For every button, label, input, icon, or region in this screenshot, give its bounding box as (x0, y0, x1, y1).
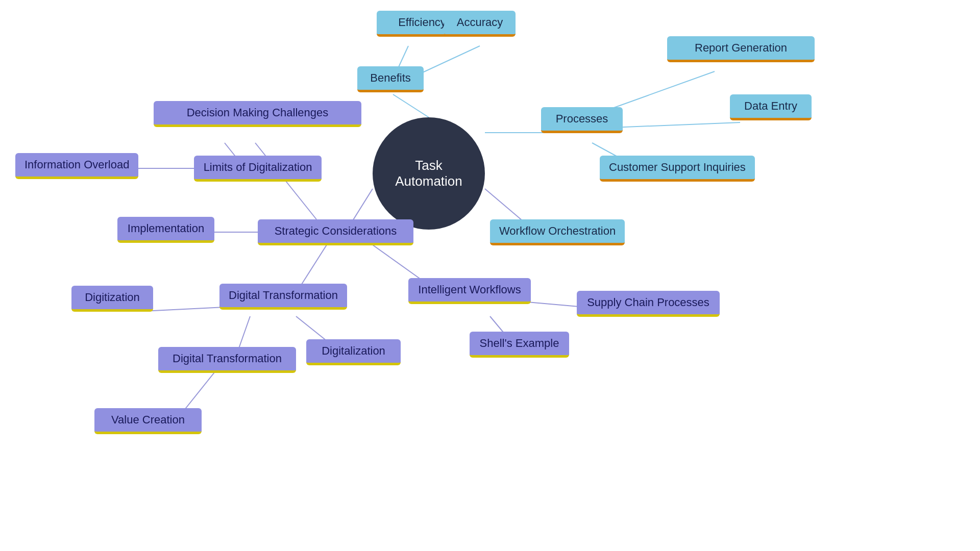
data-entry-node: Data Entry (730, 94, 812, 120)
digital-transformation-top-node: Digital Transformation (219, 284, 347, 310)
value-creation-node: Value Creation (94, 408, 202, 434)
processes-node: Processes (541, 107, 623, 133)
customer-support-node: Customer Support Inquiries (600, 156, 755, 182)
benefits-node: Benefits (357, 66, 424, 92)
intelligent-workflows-node: Intelligent Workflows (408, 278, 531, 304)
implementation-node: Implementation (117, 217, 214, 243)
decision-making-node: Decision Making Challenges (154, 101, 361, 127)
limits-digitalization-node: Limits of Digitalization (194, 156, 322, 182)
svg-line-5 (612, 122, 740, 128)
accuracy-node: Accuracy (444, 11, 516, 37)
digitization-node: Digitization (71, 286, 153, 312)
strategic-considerations-node: Strategic Considerations (258, 219, 413, 245)
svg-line-0 (393, 94, 429, 117)
information-overload-node: Information Overload (15, 153, 138, 179)
shells-example-node: Shell's Example (470, 332, 569, 358)
workflow-orchestration-node: Workflow Orchestration (490, 219, 625, 245)
center-node: Task Automation (373, 117, 485, 230)
report-generation-node: Report Generation (667, 36, 815, 62)
supply-chain-node: Supply Chain Processes (577, 291, 720, 317)
digitalization-node: Digitalization (306, 339, 401, 365)
digital-transformation-bottom-node: Digital Transformation (158, 347, 296, 373)
